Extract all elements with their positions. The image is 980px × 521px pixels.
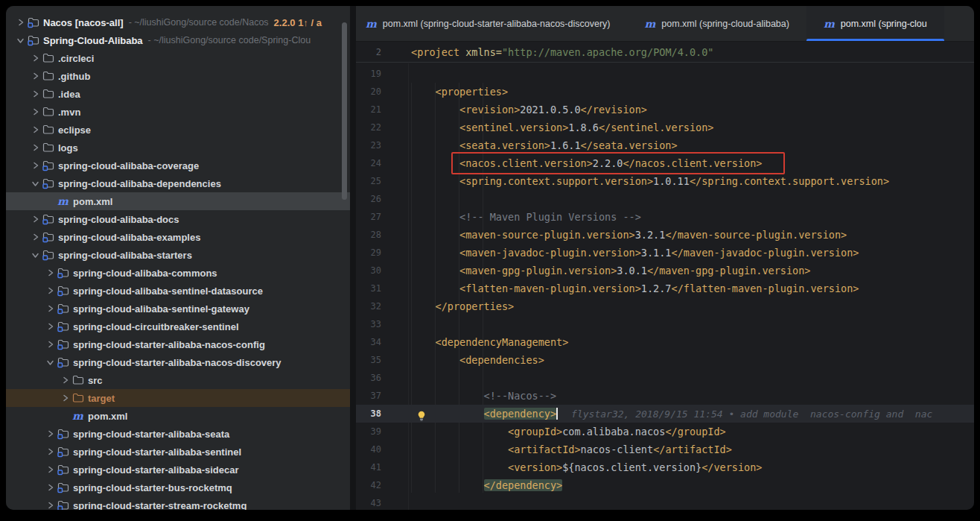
code-line-28[interactable]: 28 <maven-source-plugin.version>3.2.1</m… [356, 226, 974, 244]
tree-item-spring-cloud-starter-alibaba-sentinel[interactable]: spring-cloud-starter-alibaba-sentinel [6, 443, 350, 461]
code-line-35[interactable]: 35 <dependencies> [356, 351, 974, 369]
code-line-33[interactable]: 33 [356, 315, 974, 333]
tree-item-spring-cloud-starter-alibaba-seata[interactable]: spring-cloud-starter-alibaba-seata [6, 425, 350, 443]
module-folder-icon [57, 339, 73, 350]
chevron-down-icon[interactable] [32, 177, 39, 191]
code-token: 3.2.1 [635, 229, 666, 241]
chevron-right-icon[interactable] [43, 269, 57, 277]
tree-item-circleci[interactable]: .circleci [6, 49, 350, 67]
tree-item-src[interactable]: src [6, 371, 350, 389]
chevron-right-icon[interactable] [28, 144, 42, 151]
tree-item-mvn[interactable]: .mvn [6, 103, 350, 121]
chevron-right-icon[interactable] [43, 323, 57, 330]
code-line-22[interactable]: 22 <sentinel.version>1.8.6</sentinel.ver… [356, 119, 974, 136]
code-line-24[interactable]: 24 <nacos.client.version>2.2.0</nacos.cl… [356, 154, 974, 172]
code-line-42[interactable]: 42 </dependency> [356, 476, 974, 494]
tree-item-spring-cloud-alibaba-examples[interactable]: spring-cloud-alibaba-examples [6, 228, 350, 246]
tree-item-logs[interactable]: logs [6, 139, 350, 157]
chevron-right-icon[interactable] [43, 448, 57, 455]
code-token: <dependencyManagement> [411, 336, 568, 348]
code-line-38[interactable]: 38 <dependency>flystar32, 2018/9/15 11:5… [356, 405, 974, 423]
code-line-29[interactable]: 29 <maven-javadoc-plugin.version>3.1.1</… [356, 244, 974, 262]
tree-item-spring-cloud-starter-stream-rocketmq[interactable]: spring-cloud-starter-stream-rocketmq [6, 496, 350, 510]
line-number: 29 [356, 244, 381, 262]
tree-item-pom-xml[interactable]: mpom.xml [6, 407, 350, 425]
tree-item-spring-cloud-starter-bus-rocketmq[interactable]: spring-cloud-starter-bus-rocketmq [6, 479, 350, 496]
code-token: </version> [701, 461, 762, 473]
tree-item-nacos-nacos-all[interactable]: Nacos [nacos-all]- ~/liushiGong/source c… [6, 13, 350, 31]
code-text: <!-- Maven Plugin Versions --> [411, 208, 641, 226]
tree-item-spring-cloud-alibaba[interactable]: Spring-Cloud-Alibaba- ~/liushiGong/sourc… [6, 31, 350, 49]
tree-item-pom-xml[interactable]: mpom.xml [6, 192, 350, 210]
code-line-37[interactable]: 37 <!--Nacos--> [356, 387, 974, 405]
chevron-down-icon[interactable] [47, 356, 54, 370]
chevron-right-icon[interactable] [43, 287, 57, 294]
chevron-down-icon[interactable] [17, 34, 25, 48]
chevron-right-icon[interactable] [28, 90, 42, 98]
chevron-right-icon[interactable] [43, 305, 57, 312]
tree-item-spring-cloud-alibaba-commons[interactable]: spring-cloud-alibaba-commons [6, 264, 350, 282]
code-line-32[interactable]: 32 </properties> [356, 297, 974, 315]
chevron-right-icon[interactable] [58, 376, 72, 384]
module-folder-icon [57, 446, 73, 458]
module-folder-icon [42, 160, 58, 171]
sticky-context-line[interactable]: 2 <project xmlns="http://maven.apache.or… [356, 42, 974, 63]
code-line-41[interactable]: 41 <version>${nacos.client.version}</ver… [356, 458, 974, 476]
chevron-right-icon[interactable] [28, 108, 42, 116]
code-line-21[interactable]: 21 <revision>2021.0.5.0</revision> [356, 101, 974, 119]
chevron-right-icon[interactable] [13, 19, 28, 26]
code-line-36[interactable]: 36 [356, 369, 974, 387]
tree-item-spring-cloud-starter-alibaba-nacos-config[interactable]: spring-cloud-starter-alibaba-nacos-confi… [6, 335, 350, 353]
chevron-right-icon[interactable] [28, 233, 42, 241]
tree-item-spring-cloud-starter-alibaba-nacos-discovery[interactable]: spring-cloud-starter-alibaba-nacos-disco… [6, 353, 350, 371]
editor-tab-pom-xml-spring-cloud-starter-alibaba-nacos-discovery[interactable]: mpom.xml (spring-cloud-starter-alibaba-n… [356, 6, 628, 41]
module-folder-icon [28, 17, 43, 28]
tree-item-spring-cloud-alibaba-docs[interactable]: spring-cloud-alibaba-docs [6, 210, 350, 228]
chevron-right-icon[interactable] [28, 54, 42, 62]
chevron-down-icon[interactable] [32, 248, 39, 262]
code-line-19[interactable]: 19 [356, 65, 974, 83]
chevron-right-icon[interactable] [43, 466, 57, 473]
chevron-right-icon[interactable] [58, 394, 72, 402]
chevron-right-icon[interactable] [43, 341, 57, 348]
chevron-right-icon[interactable] [43, 430, 57, 438]
tree-scrollbar-thumb[interactable] [342, 22, 347, 200]
chevron-right-icon[interactable] [28, 72, 42, 80]
code-text: <maven-javadoc-plugin.version>3.1.1</mav… [411, 244, 859, 262]
tree-item-spring-cloud-alibaba-sentinel-gateway[interactable]: spring-cloud-alibaba-sentinel-gateway [6, 300, 350, 318]
screen-background: Nacos [nacos-all]- ~/liushiGong/source c… [0, 0, 980, 521]
chevron-right-icon[interactable] [28, 215, 42, 223]
tree-item-github[interactable]: .github [6, 67, 350, 85]
editor-tab-pom-xml-spring-clou[interactable]: mpom.xml (spring-clou [806, 6, 944, 41]
code-line-34[interactable]: 34 <dependencyManagement> [356, 333, 974, 351]
tree-item-target[interactable]: target [6, 389, 350, 407]
editor-tab-pom-xml-spring-cloud-alibaba[interactable]: mpom.xml (spring-cloud-alibaba) [628, 6, 806, 41]
tree-item-spring-cloud-starter-alibaba-sidecar[interactable]: spring-cloud-starter-alibaba-sidecar [6, 461, 350, 479]
code-line-25[interactable]: 25 <spring.context.support.version>1.0.1… [356, 172, 974, 190]
tree-item-label: .idea [58, 89, 80, 100]
code-line-39[interactable]: 39 <groupId>com.alibaba.nacos</groupId> [356, 423, 974, 441]
code-line-43[interactable]: 43 [356, 494, 974, 510]
chevron-right-icon[interactable] [28, 162, 42, 169]
code-line-20[interactable]: 20 <properties> [356, 83, 974, 101]
code-token: <!--Nacos--> [411, 390, 556, 402]
chevron-right-icon[interactable] [28, 126, 42, 133]
chevron-right-icon[interactable] [43, 502, 57, 509]
code-line-27[interactable]: 27 <!-- Maven Plugin Versions --> [356, 208, 974, 226]
tree-item-spring-cloud-alibaba-sentinel-datasource[interactable]: spring-cloud-alibaba-sentinel-datasource [6, 282, 350, 300]
code-editor-area[interactable]: 1920 <properties>21 <revision>2021.0.5.0… [356, 63, 974, 510]
editor-panel: mpom.xml (spring-cloud-starter-alibaba-n… [356, 6, 974, 510]
chevron-right-icon[interactable] [43, 484, 57, 491]
code-line-23[interactable]: 23 <seata.version>1.6.1</seata.version> [356, 136, 974, 154]
tree-item-idea[interactable]: .idea [6, 85, 350, 103]
code-line-30[interactable]: 30 <maven-gpg-plugin.version>3.0.1</mave… [356, 262, 974, 280]
tree-item-eclipse[interactable]: eclipse [6, 121, 350, 139]
project-path: - ~/liushiGong/source code/Spring-Clou [148, 35, 311, 45]
tree-item-spring-cloud-alibaba-coverage[interactable]: spring-cloud-alibaba-coverage [6, 157, 350, 174]
tree-item-spring-cloud-alibaba-dependencies[interactable]: spring-cloud-alibaba-dependencies [6, 174, 350, 192]
code-line-31[interactable]: 31 <flatten-maven-plugin.version>1.2.7</… [356, 280, 974, 297]
code-line-40[interactable]: 40 <artifactId>nacos-client</artifactId> [356, 441, 974, 458]
tree-item-spring-cloud-circuitbreaker-sentinel[interactable]: spring-cloud-circuitbreaker-sentinel [6, 318, 350, 335]
code-line-26[interactable]: 26 [356, 190, 974, 208]
tree-item-spring-cloud-alibaba-starters[interactable]: spring-cloud-alibaba-starters [6, 246, 350, 264]
